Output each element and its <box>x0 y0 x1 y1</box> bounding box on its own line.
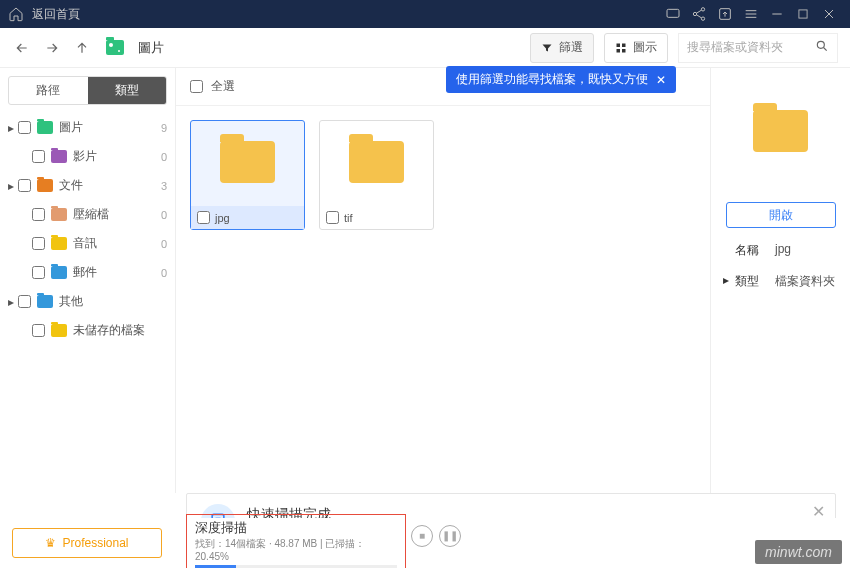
sidebar-item-count: 0 <box>161 238 167 250</box>
svg-point-3 <box>701 17 704 20</box>
folder-checkbox[interactable] <box>326 211 339 224</box>
deep-scan-title: 深度掃描 <box>195 519 397 537</box>
folder-icon <box>51 208 67 221</box>
sidebar-item-2[interactable]: ▸文件3 <box>0 171 175 200</box>
folder-icon <box>51 266 67 279</box>
watermark: minwt.com <box>755 540 842 564</box>
svg-point-16 <box>817 41 824 48</box>
folder-icon <box>37 295 53 308</box>
open-button[interactable]: 開啟 <box>726 202 836 228</box>
svg-rect-15 <box>622 49 626 53</box>
tooltip-close-icon[interactable]: ✕ <box>656 73 666 87</box>
detail-key: 名稱 <box>735 242 775 259</box>
detail-panel: 開啟 名稱jpg▸類型檔案資料夾 <box>710 68 850 493</box>
pro-label: Professional <box>62 536 128 550</box>
sidebar-item-label: 壓縮檔 <box>73 206 161 223</box>
sidebar-item-label: 其他 <box>59 293 167 310</box>
folder-name: tif <box>344 212 353 224</box>
titlebar-title[interactable]: 返回首頁 <box>32 6 80 23</box>
sidebar-checkbox[interactable] <box>32 150 45 163</box>
breadcrumb: 圖片 <box>138 39 164 57</box>
maximize-icon[interactable] <box>792 3 814 25</box>
search-placeholder: 搜尋檔案或資料夾 <box>687 39 815 56</box>
svg-point-1 <box>701 8 704 11</box>
tab-type[interactable]: 類型 <box>88 77 167 104</box>
svg-line-17 <box>824 48 827 51</box>
svg-rect-12 <box>617 43 621 47</box>
sidebar-item-label: 圖片 <box>59 119 161 136</box>
folder-card-tif[interactable]: tif <box>319 120 434 230</box>
detail-key: 類型 <box>735 273 775 290</box>
folder-checkbox[interactable] <box>197 211 210 224</box>
sidebar-checkbox[interactable] <box>32 266 45 279</box>
filter-tooltip: 使用篩選功能尋找檔案，既快又方便 ✕ <box>446 66 676 93</box>
tab-path[interactable]: 路徑 <box>9 77 88 104</box>
search-icon[interactable] <box>815 39 829 56</box>
folder-icon <box>37 179 53 192</box>
deep-scan-box: 深度掃描 找到：14個檔案 · 48.87 MB | 已掃描：20.45% ■ … <box>186 514 406 569</box>
sidebar-item-7[interactable]: 未儲存的檔案 <box>0 316 175 345</box>
svg-rect-9 <box>799 10 807 18</box>
home-icon[interactable] <box>8 6 24 22</box>
folder-name: jpg <box>215 212 230 224</box>
detail-folder-icon <box>753 110 808 152</box>
sidebar-checkbox[interactable] <box>32 237 45 250</box>
crown-icon: ♛ <box>45 536 56 550</box>
folder-card-jpg[interactable]: jpg <box>190 120 305 230</box>
svg-rect-14 <box>617 49 621 53</box>
view-button[interactable]: 圖示 <box>604 33 668 63</box>
sidebar-checkbox[interactable] <box>18 121 31 134</box>
detail-row: ▸類型檔案資料夾 <box>723 273 838 290</box>
folder-icon <box>37 121 53 134</box>
sidebar-item-label: 未儲存的檔案 <box>73 322 167 339</box>
stop-icon[interactable]: ■ <box>411 525 433 547</box>
sidebar-item-count: 0 <box>161 151 167 163</box>
up-button[interactable] <box>72 38 92 58</box>
tooltip-text: 使用篩選功能尋找檔案，既快又方便 <box>456 71 648 88</box>
select-all-checkbox[interactable] <box>190 80 203 93</box>
sidebar-item-count: 3 <box>161 180 167 192</box>
folder-icon <box>220 141 275 183</box>
sidebar-item-6[interactable]: ▸其他 <box>0 287 175 316</box>
sidebar-item-3[interactable]: 壓縮檔0 <box>0 200 175 229</box>
sidebar-item-count: 9 <box>161 122 167 134</box>
folder-icon <box>349 141 404 183</box>
sidebar-checkbox[interactable] <box>18 179 31 192</box>
pause-icon[interactable]: ❚❚ <box>439 525 461 547</box>
sidebar-item-count: 0 <box>161 267 167 279</box>
view-label: 圖示 <box>633 39 657 56</box>
filter-button[interactable]: 篩選 <box>530 33 594 63</box>
sidebar-item-count: 0 <box>161 209 167 221</box>
sidebar-item-label: 影片 <box>73 148 161 165</box>
deep-scan-stats: 找到：14個檔案 · 48.87 MB | 已掃描：20.45% <box>195 537 397 562</box>
sidebar-item-1[interactable]: 影片0 <box>0 142 175 171</box>
filter-label: 篩選 <box>559 39 583 56</box>
sidebar-item-label: 文件 <box>59 177 161 194</box>
sidebar: 路徑 類型 ▸圖片9影片0▸文件3壓縮檔0音訊0郵件0▸其他未儲存的檔案 <box>0 68 176 493</box>
sidebar-item-4[interactable]: 音訊0 <box>0 229 175 258</box>
sidebar-item-label: 音訊 <box>73 235 161 252</box>
folder-icon <box>51 237 67 250</box>
folder-icon <box>51 324 67 337</box>
back-button[interactable] <box>12 38 32 58</box>
menu-icon[interactable] <box>740 3 762 25</box>
sidebar-item-5[interactable]: 郵件0 <box>0 258 175 287</box>
sidebar-checkbox[interactable] <box>18 295 31 308</box>
share-icon[interactable] <box>688 3 710 25</box>
select-all-label: 全選 <box>211 78 235 95</box>
sidebar-item-0[interactable]: ▸圖片9 <box>0 113 175 142</box>
sidebar-checkbox[interactable] <box>32 324 45 337</box>
detail-val: jpg <box>775 242 791 259</box>
professional-button[interactable]: ♛ Professional <box>12 528 162 558</box>
sidebar-item-label: 郵件 <box>73 264 161 281</box>
minimize-icon[interactable] <box>766 3 788 25</box>
upload-icon[interactable] <box>714 3 736 25</box>
search-input[interactable]: 搜尋檔案或資料夾 <box>678 33 838 63</box>
detail-val: 檔案資料夾 <box>775 273 835 290</box>
chat-icon[interactable] <box>662 3 684 25</box>
detail-row: 名稱jpg <box>723 242 838 259</box>
svg-rect-13 <box>622 43 626 47</box>
forward-button[interactable] <box>42 38 62 58</box>
close-icon[interactable] <box>818 3 840 25</box>
sidebar-checkbox[interactable] <box>32 208 45 221</box>
